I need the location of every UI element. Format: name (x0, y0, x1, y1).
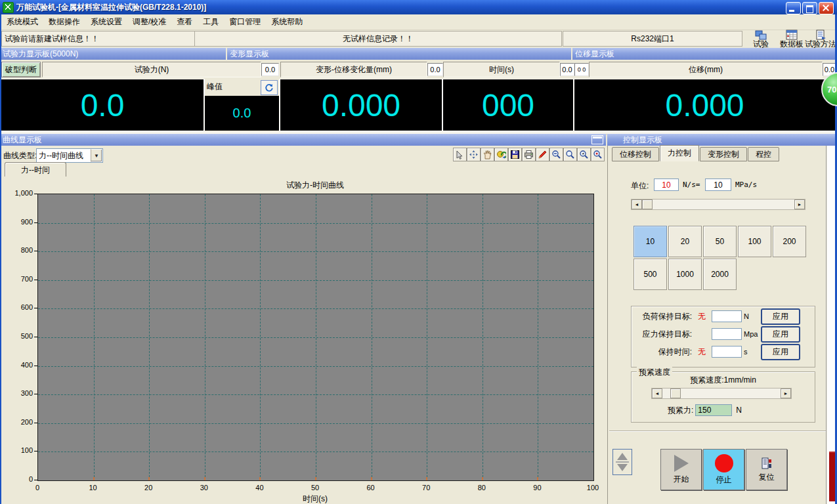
x-tick-label: 10 (80, 484, 106, 492)
reset-button[interactable]: 复位 (746, 449, 787, 490)
restore-icon (806, 5, 813, 13)
hold-time-input[interactable] (712, 346, 742, 358)
test-button[interactable]: 试验 (748, 30, 773, 48)
speed-button-20[interactable]: 20 (668, 226, 702, 257)
print-icon[interactable] (522, 148, 536, 161)
panel-right-edge (826, 146, 826, 504)
force-label: 试验力(N) (42, 62, 261, 77)
menu-item-2[interactable]: 数据操作 (43, 14, 85, 30)
scroll-right-arrow-icon[interactable]: ► (794, 200, 805, 209)
menu-item-4[interactable]: 调整/校准 (127, 14, 171, 30)
force-display: 0.0 (1, 79, 204, 131)
crosshead-jog-control[interactable] (612, 449, 632, 475)
status-message-left: 试验前请新建试样信息！！ (1, 31, 196, 47)
v-gridline (427, 194, 427, 480)
save-icon[interactable] (508, 148, 522, 161)
pretension-force-input[interactable] (695, 404, 732, 416)
x-minor-tick (537, 477, 538, 480)
load-hold-status: 无 (692, 311, 712, 322)
zoom-icon[interactable] (563, 148, 577, 161)
start-button[interactable]: 开始 (660, 449, 702, 490)
pretension-group: 预紧速度 预紧速度:1mm/min ◄ ► 预紧力: N (631, 371, 815, 423)
pretension-scrollbar[interactable]: ◄ ► (651, 388, 792, 399)
scrollbar-track[interactable] (653, 200, 794, 209)
curve-tab-force-time[interactable]: 力--时间 (5, 162, 66, 177)
y-tick-label: 0 (0, 475, 33, 483)
jog-down-icon[interactable] (617, 464, 628, 471)
select-cursor-icon[interactable] (453, 148, 467, 161)
rate-n-input[interactable] (654, 178, 679, 191)
scroll-right-arrow-icon[interactable]: ► (781, 388, 791, 398)
plot-area[interactable] (37, 194, 594, 481)
reset-machine-icon (760, 457, 773, 470)
control-tab-3[interactable]: 变形控制 (700, 147, 747, 161)
play-icon (674, 455, 689, 472)
scroll-left-arrow-icon[interactable]: ◄ (632, 200, 642, 209)
rate-mpa-input[interactable] (705, 178, 731, 191)
zoom-reset-icon[interactable] (591, 148, 605, 161)
menu-bar: 系统模式数据操作系统设置调整/校准查看工具窗口管理系统帮助 (1, 14, 835, 30)
curve-type-value: 力--时间曲线 (37, 150, 91, 161)
scrollbar-thumb[interactable] (642, 200, 653, 209)
pan-move-icon[interactable] (467, 148, 481, 161)
load-hold-apply-button[interactable]: 应用 (761, 308, 800, 325)
rate-scrollbar[interactable]: ◄ ► (631, 199, 805, 210)
hold-time-apply-button[interactable]: 应用 (761, 344, 800, 360)
break-detect-button[interactable]: 破型判断 (1, 62, 41, 77)
control-tab-2[interactable]: 力控制 (660, 145, 699, 161)
menu-item-6[interactable]: 工具 (198, 14, 224, 30)
close-button[interactable] (819, 2, 834, 14)
zoom-window-icon[interactable] (577, 148, 591, 161)
unit-suffix-label: MPa/s (735, 180, 757, 189)
x-minor-tick (259, 477, 261, 480)
zoom-out-icon[interactable] (549, 148, 563, 161)
menu-item-5[interactable]: 查看 (171, 14, 198, 30)
stress-hold-input[interactable] (712, 328, 742, 340)
window-frame-left (0, 14, 1, 504)
speed-button-50[interactable]: 50 (703, 226, 737, 257)
hand-pan-icon[interactable] (481, 148, 494, 161)
scrollbar-track[interactable] (681, 388, 781, 398)
menu-item-3[interactable]: 系统设置 (85, 14, 127, 30)
speed-button-1000[interactable]: 1000 (668, 259, 702, 290)
peak-value-display: 0.0 (205, 96, 279, 131)
speed-button-500[interactable]: 500 (633, 259, 667, 290)
x-tick-label: 80 (469, 484, 495, 492)
menu-item-1[interactable]: 系统模式 (1, 14, 43, 30)
scrollbar-thumb[interactable] (670, 388, 681, 398)
chart-title: 试验力-时间曲线 (37, 180, 593, 191)
jog-up-icon[interactable] (617, 453, 628, 460)
data-board-button[interactable]: 数据板 (777, 30, 807, 48)
v-gridline (149, 194, 150, 480)
panel-restore-icon[interactable] (591, 135, 603, 144)
time-label: 时间(s) (443, 62, 560, 77)
stress-hold-apply-button[interactable]: 应用 (761, 326, 800, 343)
minimize-button[interactable] (786, 2, 801, 14)
menu-item-8[interactable]: 系统帮助 (266, 14, 308, 30)
peak-reset-button[interactable] (261, 80, 278, 95)
curve-type-select[interactable]: 力--时间曲线 ▼ (36, 148, 103, 163)
chevron-down-icon[interactable]: ▼ (91, 149, 102, 162)
y-tick-mark (34, 337, 37, 337)
scroll-left-arrow-icon[interactable]: ◄ (652, 388, 662, 398)
control-tab-1[interactable]: 位移控制 (612, 147, 659, 161)
x-tick-label: 0 (24, 484, 51, 492)
restore-button[interactable] (802, 2, 817, 14)
test-method-button[interactable]: 试验方法 (805, 30, 836, 48)
speed-button-2000[interactable]: 2000 (703, 259, 737, 290)
speed-button-10[interactable]: 10 (633, 226, 667, 257)
y-tick-label: 500 (0, 332, 33, 340)
x-minor-tick (93, 477, 95, 480)
x-tick-label: 60 (358, 484, 384, 492)
control-tab-4[interactable]: 程控 (748, 147, 779, 161)
v-gridline (94, 194, 95, 480)
y-tick-label: 600 (0, 303, 33, 311)
menu-item-7[interactable]: 窗口管理 (224, 14, 266, 30)
speed-button-200[interactable]: 200 (773, 226, 806, 257)
refresh-curve-icon[interactable] (494, 148, 508, 161)
annotate-pen-icon[interactable] (536, 148, 549, 161)
speed-button-100[interactable]: 100 (738, 226, 771, 257)
load-hold-input[interactable] (712, 310, 742, 322)
time-small-value: 0.0 (560, 63, 574, 76)
stop-button[interactable]: 停止 (703, 449, 744, 490)
